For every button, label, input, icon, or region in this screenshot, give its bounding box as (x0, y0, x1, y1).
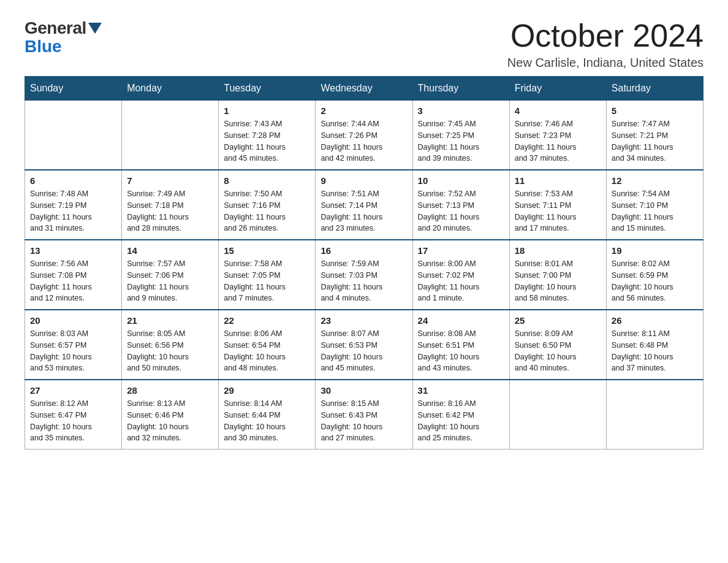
day-info: Sunrise: 8:07 AM Sunset: 6:53 PM Dayligh… (320, 328, 407, 374)
calendar-cell: 27Sunrise: 8:12 AM Sunset: 6:47 PM Dayli… (25, 380, 122, 450)
calendar-cell: 28Sunrise: 8:13 AM Sunset: 6:46 PM Dayli… (122, 380, 219, 450)
calendar-week-row: 27Sunrise: 8:12 AM Sunset: 6:47 PM Dayli… (25, 380, 703, 450)
day-number: 9 (320, 175, 407, 186)
header-day-wednesday: Wednesday (316, 77, 412, 101)
logo-blue: Blue (25, 37, 62, 56)
day-number: 4 (515, 105, 601, 116)
day-info: Sunrise: 8:13 AM Sunset: 6:46 PM Dayligh… (127, 398, 213, 444)
day-info: Sunrise: 7:43 AM Sunset: 7:28 PM Dayligh… (224, 118, 310, 164)
day-info: Sunrise: 7:57 AM Sunset: 7:06 PM Dayligh… (127, 258, 213, 304)
day-info: Sunrise: 8:14 AM Sunset: 6:44 PM Dayligh… (224, 398, 310, 444)
calendar-week-row: 1Sunrise: 7:43 AM Sunset: 7:28 PM Daylig… (25, 101, 703, 170)
day-info: Sunrise: 8:06 AM Sunset: 6:54 PM Dayligh… (224, 328, 310, 374)
calendar-cell: 23Sunrise: 8:07 AM Sunset: 6:53 PM Dayli… (316, 310, 412, 380)
header-day-sunday: Sunday (25, 77, 122, 101)
day-info: Sunrise: 8:05 AM Sunset: 6:56 PM Dayligh… (127, 328, 213, 374)
day-number: 25 (515, 315, 601, 326)
calendar-cell: 24Sunrise: 8:08 AM Sunset: 6:51 PM Dayli… (412, 310, 509, 380)
day-number: 11 (515, 175, 601, 186)
header-day-monday: Monday (122, 77, 219, 101)
calendar-week-row: 13Sunrise: 7:56 AM Sunset: 7:08 PM Dayli… (25, 240, 703, 310)
calendar-cell: 31Sunrise: 8:16 AM Sunset: 6:42 PM Dayli… (412, 380, 509, 450)
day-number: 14 (127, 245, 213, 256)
day-info: Sunrise: 7:49 AM Sunset: 7:18 PM Dayligh… (127, 188, 213, 234)
day-number: 15 (224, 245, 310, 256)
day-number: 30 (320, 385, 407, 396)
day-number: 10 (418, 175, 504, 186)
day-info: Sunrise: 8:00 AM Sunset: 7:02 PM Dayligh… (418, 258, 504, 304)
day-number: 7 (127, 175, 213, 186)
header-row: SundayMondayTuesdayWednesdayThursdayFrid… (25, 77, 703, 101)
calendar-cell: 14Sunrise: 7:57 AM Sunset: 7:06 PM Dayli… (122, 240, 219, 310)
day-info: Sunrise: 8:15 AM Sunset: 6:43 PM Dayligh… (320, 398, 407, 444)
calendar-cell: 21Sunrise: 8:05 AM Sunset: 6:56 PM Dayli… (122, 310, 219, 380)
logo-general: General (25, 18, 86, 38)
header-day-thursday: Thursday (412, 77, 509, 101)
title-section: October 2024 New Carlisle, Indiana, Unit… (507, 18, 703, 70)
calendar-cell: 4Sunrise: 7:46 AM Sunset: 7:23 PM Daylig… (509, 101, 606, 170)
calendar-cell: 3Sunrise: 7:45 AM Sunset: 7:25 PM Daylig… (412, 101, 509, 170)
day-info: Sunrise: 7:59 AM Sunset: 7:03 PM Dayligh… (320, 258, 407, 304)
day-number: 28 (127, 385, 213, 396)
page-header: General Blue October 2024 New Carlisle, … (25, 18, 703, 70)
header-day-friday: Friday (509, 77, 606, 101)
day-number: 18 (515, 245, 601, 256)
day-number: 22 (224, 315, 310, 326)
calendar-cell (25, 101, 122, 170)
day-number: 19 (612, 245, 698, 256)
calendar-cell (122, 101, 219, 170)
calendar-header: SundayMondayTuesdayWednesdayThursdayFrid… (25, 77, 703, 101)
header-day-tuesday: Tuesday (219, 77, 316, 101)
day-info: Sunrise: 7:45 AM Sunset: 7:25 PM Dayligh… (418, 118, 504, 164)
calendar-cell: 16Sunrise: 7:59 AM Sunset: 7:03 PM Dayli… (316, 240, 412, 310)
calendar-cell: 19Sunrise: 8:02 AM Sunset: 6:59 PM Dayli… (606, 240, 703, 310)
calendar-cell: 30Sunrise: 8:15 AM Sunset: 6:43 PM Dayli… (316, 380, 412, 450)
day-number: 5 (612, 105, 698, 116)
day-info: Sunrise: 7:48 AM Sunset: 7:19 PM Dayligh… (30, 188, 116, 234)
calendar-table: SundayMondayTuesdayWednesdayThursdayFrid… (25, 76, 703, 450)
day-info: Sunrise: 7:46 AM Sunset: 7:23 PM Dayligh… (515, 118, 601, 164)
calendar-cell (509, 380, 606, 450)
day-number: 2 (320, 105, 407, 116)
day-number: 17 (418, 245, 504, 256)
calendar-cell: 29Sunrise: 8:14 AM Sunset: 6:44 PM Dayli… (219, 380, 316, 450)
calendar-cell: 8Sunrise: 7:50 AM Sunset: 7:16 PM Daylig… (219, 170, 316, 240)
day-number: 31 (418, 385, 504, 396)
calendar-week-row: 20Sunrise: 8:03 AM Sunset: 6:57 PM Dayli… (25, 310, 703, 380)
day-number: 3 (418, 105, 504, 116)
day-number: 6 (30, 175, 116, 186)
day-info: Sunrise: 8:02 AM Sunset: 6:59 PM Dayligh… (612, 258, 698, 304)
calendar-cell: 26Sunrise: 8:11 AM Sunset: 6:48 PM Dayli… (606, 310, 703, 380)
day-info: Sunrise: 8:09 AM Sunset: 6:50 PM Dayligh… (515, 328, 601, 374)
calendar-cell: 17Sunrise: 8:00 AM Sunset: 7:02 PM Dayli… (412, 240, 509, 310)
page-subtitle: New Carlisle, Indiana, United States (507, 56, 703, 70)
calendar-body: 1Sunrise: 7:43 AM Sunset: 7:28 PM Daylig… (25, 101, 703, 450)
calendar-cell: 18Sunrise: 8:01 AM Sunset: 7:00 PM Dayli… (509, 240, 606, 310)
day-info: Sunrise: 7:50 AM Sunset: 7:16 PM Dayligh… (224, 188, 310, 234)
page-title: October 2024 (507, 18, 703, 53)
day-info: Sunrise: 7:47 AM Sunset: 7:21 PM Dayligh… (612, 118, 698, 164)
day-number: 27 (30, 385, 116, 396)
day-info: Sunrise: 7:53 AM Sunset: 7:11 PM Dayligh… (515, 188, 601, 234)
day-number: 21 (127, 315, 213, 326)
day-number: 26 (612, 315, 698, 326)
logo-arrow-icon (88, 23, 102, 34)
day-number: 12 (612, 175, 698, 186)
day-number: 23 (320, 315, 407, 326)
calendar-cell: 15Sunrise: 7:58 AM Sunset: 7:05 PM Dayli… (219, 240, 316, 310)
day-info: Sunrise: 8:12 AM Sunset: 6:47 PM Dayligh… (30, 398, 116, 444)
calendar-cell (606, 380, 703, 450)
day-info: Sunrise: 8:03 AM Sunset: 6:57 PM Dayligh… (30, 328, 116, 374)
logo: General Blue (25, 18, 102, 56)
calendar-cell: 1Sunrise: 7:43 AM Sunset: 7:28 PM Daylig… (219, 101, 316, 170)
day-number: 8 (224, 175, 310, 186)
calendar-cell: 20Sunrise: 8:03 AM Sunset: 6:57 PM Dayli… (25, 310, 122, 380)
calendar-cell: 13Sunrise: 7:56 AM Sunset: 7:08 PM Dayli… (25, 240, 122, 310)
day-info: Sunrise: 8:01 AM Sunset: 7:00 PM Dayligh… (515, 258, 601, 304)
day-number: 1 (224, 105, 310, 116)
calendar-cell: 10Sunrise: 7:52 AM Sunset: 7:13 PM Dayli… (412, 170, 509, 240)
calendar-cell: 6Sunrise: 7:48 AM Sunset: 7:19 PM Daylig… (25, 170, 122, 240)
header-day-saturday: Saturday (606, 77, 703, 101)
calendar-week-row: 6Sunrise: 7:48 AM Sunset: 7:19 PM Daylig… (25, 170, 703, 240)
calendar-cell: 5Sunrise: 7:47 AM Sunset: 7:21 PM Daylig… (606, 101, 703, 170)
